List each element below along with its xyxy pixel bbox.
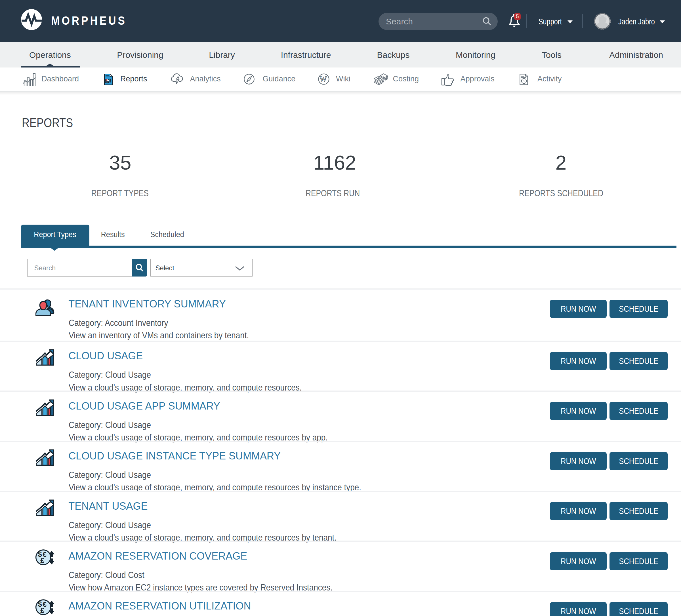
svg-text:W: W bbox=[320, 75, 327, 83]
svg-text:£: £ bbox=[40, 557, 44, 564]
svg-text:£: £ bbox=[40, 607, 44, 615]
